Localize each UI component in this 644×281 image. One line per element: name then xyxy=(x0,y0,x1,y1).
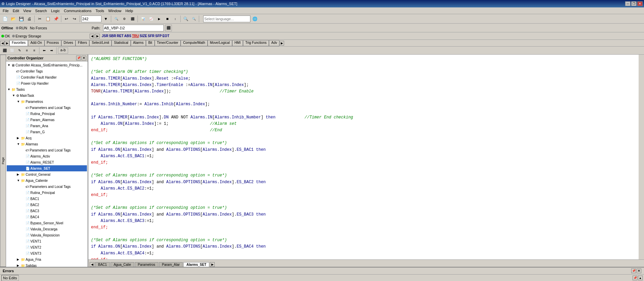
menu-tools[interactable]: Tools xyxy=(93,8,106,13)
organizer-pin-btn[interactable]: 📌 xyxy=(76,56,81,60)
tree-parametros[interactable]: ▼ 📁 Parametros xyxy=(7,99,87,105)
tree-maintask[interactable]: ▼ ⚙ MainTask xyxy=(7,92,87,99)
copy-btn[interactable]: 📋 xyxy=(44,15,52,23)
tab-process[interactable]: Process xyxy=(44,40,61,46)
tab-hmi[interactable]: HMI xyxy=(232,40,243,46)
btn-d[interactable]: 📊 xyxy=(139,15,147,23)
tree-tasks[interactable]: ▼ 📁 Tasks xyxy=(7,86,87,92)
code-btn7[interactable]: ➡ xyxy=(48,48,55,54)
path-browse-btn[interactable]: ⬛ xyxy=(165,25,172,31)
tree-alarms-reset[interactable]: 📄 Alarms_RESET xyxy=(7,159,87,165)
tree-vent1[interactable]: 📄 VENT1 xyxy=(7,238,87,244)
tree-vent2[interactable]: 📄 VENT2 xyxy=(7,244,87,250)
tree-agua-caliente[interactable]: ▼ 📁 Agua_Caliente xyxy=(7,177,87,184)
instr-nav-right2[interactable]: ▶ xyxy=(279,41,284,46)
tab-param-alar[interactable]: Param_Alar xyxy=(159,262,183,267)
tree-param-local3[interactable]: 🏷 Parameters and Local Tags xyxy=(7,184,87,190)
code-editor-scroll[interactable]: (*ALARMS SET FUNCTION*) (*Set of Alarm O… xyxy=(88,55,644,259)
close-button[interactable]: ✕ xyxy=(637,1,643,6)
tree-vent3[interactable]: 📄 VENT3 xyxy=(7,250,87,256)
btn-f[interactable]: ▶ xyxy=(155,15,163,23)
tree-param-local2[interactable]: 🏷 Parameters and Local Tags xyxy=(7,147,87,153)
globe-btn[interactable]: 🌐 xyxy=(251,15,258,23)
language-selector[interactable] xyxy=(203,16,250,22)
zoom-in-btn[interactable]: 🔍 xyxy=(182,15,189,23)
menu-logic[interactable]: Logic xyxy=(49,8,62,13)
code-btn4[interactable]: ≡ xyxy=(24,48,30,54)
tab-nav-right[interactable]: ▶ xyxy=(210,262,215,267)
zoom-out-btn[interactable]: 🔍 xyxy=(190,15,197,23)
tab-nav-left[interactable]: ◀ xyxy=(90,262,94,267)
tree-bac2[interactable]: 📄 BAC2 xyxy=(7,202,87,208)
cut-btn[interactable]: ✂ xyxy=(36,15,43,23)
tree-acq[interactable]: ▶ 📁 Acq xyxy=(7,135,87,141)
btn-e[interactable]: 📈 xyxy=(147,15,155,23)
tree-param-alarmas[interactable]: 📄 Param_Alarmas xyxy=(7,117,87,123)
tree-alarmas[interactable]: ▼ 📁 Alarmas xyxy=(7,141,87,147)
tree-powerup[interactable]: 📄 Power-Up Handler xyxy=(7,80,87,86)
tree-controller[interactable]: ▼ 🖥 Controller Alcasa_SistEnfriamiento_P… xyxy=(7,62,87,68)
menu-help[interactable]: Help xyxy=(123,8,135,13)
tree-bac4[interactable]: 📄 BAC4 xyxy=(7,214,87,220)
tab-addon[interactable]: Add-On xyxy=(28,40,44,46)
instr-nav-right[interactable]: ▶ xyxy=(5,41,9,46)
errors-close-btn[interactable]: ✕ xyxy=(637,269,641,273)
page-side-tab[interactable]: Page xyxy=(0,55,6,267)
tab-parametros[interactable]: Parametros xyxy=(135,262,158,267)
minimize-button[interactable]: ─ xyxy=(625,1,631,6)
print-btn[interactable]: 🖨 xyxy=(26,15,33,23)
btn-g[interactable]: ⏹ xyxy=(163,15,171,23)
code-btn1[interactable]: ⬛ xyxy=(1,48,8,54)
tree-ctrl-general[interactable]: ▶ 📁 Control_General xyxy=(7,171,87,177)
tree-bypass[interactable]: 📄 Bypass_Sensor_Nivel xyxy=(7,220,87,226)
btn-b[interactable]: ⚙ xyxy=(121,15,128,23)
tree-agua-fria[interactable]: ▶ 📁 Agua_Fria xyxy=(7,256,87,262)
menu-communications[interactable]: Communications xyxy=(62,8,94,13)
instr-nav-left[interactable]: ◀ xyxy=(0,41,5,46)
tree-bac3[interactable]: 📄 BAC3 xyxy=(7,208,87,214)
tab-computemath[interactable]: Compute/Math xyxy=(181,40,208,46)
undo-btn[interactable]: ↩ xyxy=(63,15,70,23)
tab-drives[interactable]: Drives xyxy=(61,40,75,46)
tab-bit[interactable]: Bit xyxy=(146,40,155,46)
menu-file[interactable]: File xyxy=(1,8,11,13)
nav-right-btn[interactable]: ▶ xyxy=(95,34,100,38)
btn-h[interactable]: ↕ xyxy=(172,15,179,23)
tree-rutina-princ2[interactable]: 📄 Rutina_Principal xyxy=(7,190,87,196)
tree-alarms-set[interactable]: 📄 Alarms_SET xyxy=(7,165,87,171)
tab-trig[interactable]: Trig Functions xyxy=(243,40,269,46)
tree-alarms-activ[interactable]: 📄 Alarms_Activ xyxy=(7,153,87,159)
restore-button[interactable]: ❐ xyxy=(631,1,637,6)
code-btn5[interactable]: ≡ xyxy=(31,48,38,54)
tree-salidas[interactable]: ▶ 📁 Salidas xyxy=(7,262,87,267)
path-input[interactable] xyxy=(103,25,164,31)
tree-bac1[interactable]: 📄 BAC1 xyxy=(7,196,87,202)
tab-filters[interactable]: Filters xyxy=(75,40,89,46)
menu-window[interactable]: Window xyxy=(106,8,123,13)
save-btn[interactable]: 💾 xyxy=(18,15,25,23)
tab-favorites[interactable]: Favorites xyxy=(9,40,28,46)
status-arrow-btn[interactable]: ▲ xyxy=(638,276,643,280)
open-btn[interactable]: 📂 xyxy=(9,15,17,23)
tab-movelogical[interactable]: Move/Logical xyxy=(208,40,232,46)
tab-timercounter[interactable]: Timer/Counter xyxy=(155,40,181,46)
combo-down-btn[interactable]: ▼ xyxy=(102,15,110,23)
tab-alarms-set[interactable]: Alarms_SET xyxy=(183,262,209,267)
tree-valvula-desc[interactable]: 📄 Valvula_Descarga xyxy=(7,226,87,232)
code-btn6[interactable]: ⬅ xyxy=(41,48,48,54)
btn-a[interactable]: 🔍 xyxy=(113,15,120,23)
new-btn[interactable]: 📄 xyxy=(1,15,9,23)
redo-btn[interactable]: ↪ xyxy=(71,15,78,23)
menu-search[interactable]: Search xyxy=(33,8,49,13)
menu-edit[interactable]: Edit xyxy=(11,8,21,13)
menu-view[interactable]: View xyxy=(21,8,33,13)
rung-number-input[interactable] xyxy=(81,16,101,22)
tree-ctrl-fault[interactable]: 📄 Controller Fault Handler xyxy=(7,74,87,80)
tree-valvula-repo[interactable]: 📄 Valvula_Reposicion xyxy=(7,232,87,238)
tree-param-g[interactable]: 📄 Param_G xyxy=(7,129,87,135)
organizer-close-btn[interactable]: ✕ xyxy=(82,56,86,60)
tab-adv[interactable]: Adv xyxy=(269,40,279,46)
tree-rutina-princ[interactable]: 📄 Rutina_Principal xyxy=(7,111,87,117)
tab-bac1[interactable]: BAC1 xyxy=(95,262,110,267)
status-pin-btn[interactable]: 📌 xyxy=(633,276,637,280)
